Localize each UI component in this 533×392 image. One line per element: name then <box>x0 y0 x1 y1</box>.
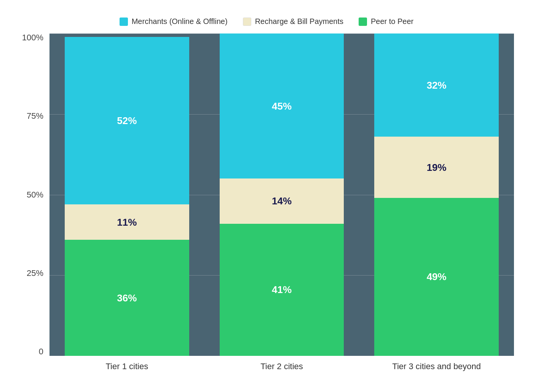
bar-label-tier3-recharge: 19% <box>427 161 447 173</box>
legend-item-merchants: Merchants (Online & Offline) <box>120 17 228 26</box>
peer-label: Peer to Peer <box>371 17 413 26</box>
bar-group-tier2: 41% 14% 45% <box>220 33 344 356</box>
bar-group-tier1: 36% 11% 52% <box>65 33 189 356</box>
bar-label-tier2-recharge: 14% <box>272 195 292 207</box>
x-axis: Tier 1 cities Tier 2 cities Tier 3 citie… <box>49 356 514 379</box>
chart-container: Merchants (Online & Offline) Recharge & … <box>19 13 514 379</box>
bar-label-tier1-peer: 36% <box>117 292 137 304</box>
y-axis: 100% 75% 50% 25% 0 <box>19 33 49 379</box>
chart-area: 100% 75% 50% 25% 0 <box>19 33 514 379</box>
bars-area: 36% 11% 52% <box>49 33 514 379</box>
legend-item-peer: Peer to Peer <box>359 17 413 26</box>
bar-segment-tier3-peer: 49% <box>374 198 499 356</box>
bar-segment-tier2-merchants: 45% <box>220 33 344 178</box>
bar-label-tier2-peer: 41% <box>272 284 292 296</box>
merchants-swatch <box>120 18 128 26</box>
bar-label-tier3-peer: 49% <box>427 271 447 283</box>
grid-and-bars: 36% 11% 52% <box>49 33 514 356</box>
bar-label-tier1-merchants: 52% <box>117 115 137 126</box>
bar-segment-tier1-merchants: 52% <box>65 37 189 204</box>
recharge-label: Recharge & Bill Payments <box>255 17 343 26</box>
y-tick-25: 25% <box>19 269 49 277</box>
x-label-tier1: Tier 1 cities <box>65 356 189 379</box>
peer-swatch <box>359 18 367 26</box>
y-tick-100: 100% <box>19 33 49 42</box>
grid-line-0 <box>49 356 514 356</box>
y-tick-75: 75% <box>19 112 49 120</box>
bar-label-tier2-merchants: 45% <box>272 100 292 112</box>
bar-segment-tier1-recharge: 11% <box>65 204 189 240</box>
x-label-tier2: Tier 2 cities <box>220 356 344 379</box>
bar-segment-tier1-peer: 36% <box>65 240 189 356</box>
legend: Merchants (Online & Offline) Recharge & … <box>19 13 514 33</box>
x-label-tier3: Tier 3 cities and beyond <box>374 356 499 379</box>
y-tick-50: 50% <box>19 191 49 199</box>
bar-stack-tier3: 49% 19% 32% <box>374 33 499 356</box>
bar-segment-tier2-peer: 41% <box>220 224 344 356</box>
bar-label-tier1-recharge: 11% <box>117 216 137 228</box>
merchants-label: Merchants (Online & Offline) <box>132 17 228 26</box>
bar-segment-tier3-merchants: 32% <box>374 33 499 137</box>
bar-segment-tier3-recharge: 19% <box>374 137 499 198</box>
bar-segment-tier2-recharge: 14% <box>220 178 344 224</box>
bars-row: 36% 11% 52% <box>49 33 514 356</box>
legend-item-recharge: Recharge & Bill Payments <box>243 17 343 26</box>
bar-label-tier3-merchants: 32% <box>427 79 447 91</box>
y-tick-0: 0 <box>19 347 49 356</box>
recharge-swatch <box>243 18 251 26</box>
bar-stack-tier2: 41% 14% 45% <box>220 33 344 356</box>
bar-stack-tier1: 36% 11% 52% <box>65 37 189 356</box>
bar-group-tier3: 49% 19% 32% <box>374 33 499 356</box>
